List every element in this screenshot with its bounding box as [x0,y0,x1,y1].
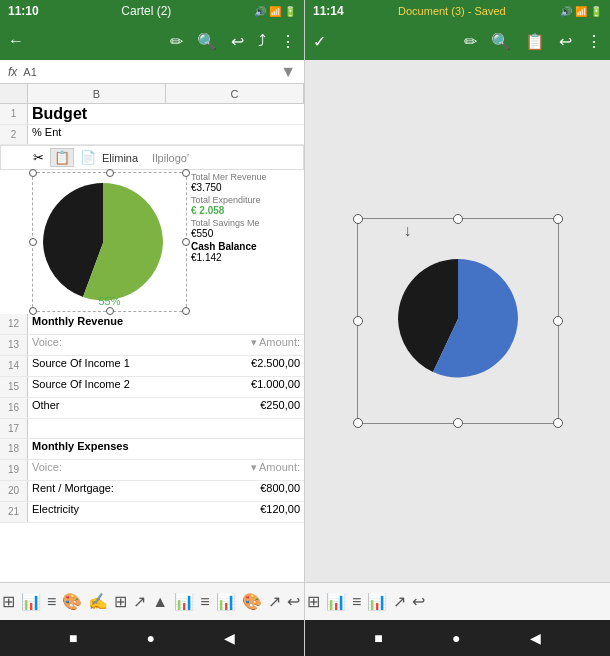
pie-chart-container[interactable]: 55% [32,172,187,312]
bt-icon-chart[interactable]: 📊 [21,592,41,611]
handle-tl[interactable] [29,169,37,177]
spreadsheet-content[interactable]: 1 Budget 2 % Ent ✂ 📋 📄 Elimina Ilpilogo' [0,104,304,582]
bt-icon-r1[interactable]: ⊞ [307,592,320,611]
source-income-1-amount[interactable]: €2.500,00 [166,356,304,376]
cash-balance-value: €1.142 [191,252,291,263]
handle-ml[interactable] [29,238,37,246]
doc-handle-tr[interactable] [553,214,563,224]
undo-icon-right[interactable]: ↩ [559,32,572,51]
handle-tm[interactable] [106,169,114,177]
document-content[interactable]: ↓ [305,60,610,582]
pen-icon[interactable]: ✏ [170,32,183,51]
bt-icon-bar[interactable]: 📊 [174,592,194,611]
bt-icon-table[interactable]: ≡ [200,593,209,611]
right-nav-bar: ■ ● ◀ [305,620,610,656]
more-icon-right[interactable]: ⋮ [586,32,602,51]
bt-icon-arrow[interactable]: ↗ [133,592,146,611]
doc-handle-bm[interactable] [453,418,463,428]
handle-bl[interactable] [29,307,37,315]
monthly-expenses-heading[interactable]: Monthly Expenses [28,439,166,459]
bt-icon-r2[interactable]: 📊 [326,592,346,611]
corner-cell[interactable] [0,84,28,103]
chart-percent-label: 55% [98,295,120,307]
handle-bm[interactable] [106,307,114,315]
electricity-expense[interactable]: Electricity [28,502,166,522]
bt-icon-link[interactable]: ↗ [268,592,281,611]
bt-icon-r3[interactable]: ≡ [352,593,361,611]
doc-handle-tm[interactable] [453,214,463,224]
table-row: 16 Other €250,00 [0,398,304,419]
total-mer-value: €3.750 [191,182,291,193]
left-bottom-toolbar: ⊞ 📊 ≡ 🎨 ✍ ⊞ ↗ ▲ 📊 ≡ 📊 🎨 ↗ ↩ [0,582,304,620]
ctx-scissors[interactable]: ✂ [33,150,44,165]
left-toolbar: ← ✏ 🔍 ↩ ⤴ ⋮ [0,22,304,60]
bt-icon-palette[interactable]: 🎨 [62,592,82,611]
voice-label: Voice: [28,335,166,355]
bt-icon-home[interactable]: ⊞ [2,592,15,611]
doc-handle-ml[interactable] [353,316,363,326]
bt-icon-undo[interactable]: ↩ [287,592,300,611]
ctx-copy-icon[interactable]: 📋 [50,148,74,167]
col-header-b[interactable]: B [28,84,166,103]
search-icon[interactable]: 🔍 [197,32,217,51]
formula-expand[interactable]: ▼ [280,63,296,81]
table-row: 18 Monthly Expenses [0,439,304,460]
nav-home[interactable]: ● [147,630,155,646]
bt-icon-r5[interactable]: ↗ [393,592,406,611]
other-income-amount[interactable]: €250,00 [166,398,304,418]
bt-icon-edit[interactable]: ✍ [88,592,108,611]
handle-mr[interactable] [182,238,190,246]
total-savings-label: Total Savings Me [191,218,291,228]
ctx-delete-btn[interactable]: Elimina [102,152,138,164]
doc-handle-tl[interactable] [353,214,363,224]
doc-handle-bl[interactable] [353,418,363,428]
budget-title[interactable]: Budget [28,104,166,124]
nav-back-right[interactable]: ◀ [530,630,541,646]
electricity-amount[interactable]: €120,00 [166,502,304,522]
formula-input[interactable] [43,65,274,79]
back-icon[interactable]: ← [8,32,24,50]
bt-icon-grid[interactable]: ⊞ [114,592,127,611]
ctx-paste-icon[interactable]: 📄 [80,150,96,165]
handle-br[interactable] [182,307,190,315]
more-icon[interactable]: ⋮ [280,32,296,51]
monthly-revenue-heading[interactable]: Monthly Revenue [28,314,166,334]
share-icon[interactable]: ⤴ [258,32,266,50]
doc-handle-br[interactable] [553,418,563,428]
rent-amount[interactable]: €800,00 [166,481,304,501]
bt-icon-brush[interactable]: 🎨 [242,592,262,611]
formula-bar: fx A1 ▼ [0,60,304,84]
search-icon-right[interactable]: 🔍 [491,32,511,51]
check-icon[interactable]: ✓ [313,32,326,51]
nav-stop-right[interactable]: ■ [374,630,382,646]
source-income-2-amount[interactable]: €1.000,00 [166,377,304,397]
bt-icon-r4[interactable]: 📊 [367,592,387,611]
source-income-2[interactable]: Source Of Income 2 [28,377,166,397]
handle-tr[interactable] [182,169,190,177]
source-income-1[interactable]: Source Of Income 1 [28,356,166,376]
bt-icon-up[interactable]: ▲ [152,593,168,611]
doc-handle-mr[interactable] [553,316,563,326]
other-income[interactable]: Other [28,398,166,418]
nav-stop[interactable]: ■ [69,630,77,646]
doc-chart-wrapper[interactable] [357,218,559,424]
left-app-name: Cartel (2) [121,4,171,18]
total-savings-value: €550 [191,228,291,239]
pen-icon-right[interactable]: ✏ [464,32,477,51]
bt-icon-chart2[interactable]: 📊 [216,592,236,611]
right-time: 11:14 [313,4,344,18]
fx-label: fx [8,65,17,79]
rent-expense[interactable]: Rent / Mortgage: [28,481,166,501]
right-bottom-toolbar: ⊞ 📊 ≡ 📊 ↗ ↩ [305,582,610,620]
total-mer-label: Total Mer Revenue [191,172,291,182]
right-doc-title: Document (3) - Saved [398,5,506,17]
nav-back[interactable]: ◀ [224,630,235,646]
bt-icon-r6[interactable]: ↩ [412,592,425,611]
ctx-label: Ilpilogo' [152,152,189,164]
copy-icon-right[interactable]: 📋 [525,32,545,51]
bt-icon-list[interactable]: ≡ [47,593,56,611]
nav-home-right[interactable]: ● [452,630,460,646]
col-header-c[interactable]: C [166,84,304,103]
undo-icon[interactable]: ↩ [231,32,244,51]
cash-balance-label: Cash Balance [191,241,291,252]
